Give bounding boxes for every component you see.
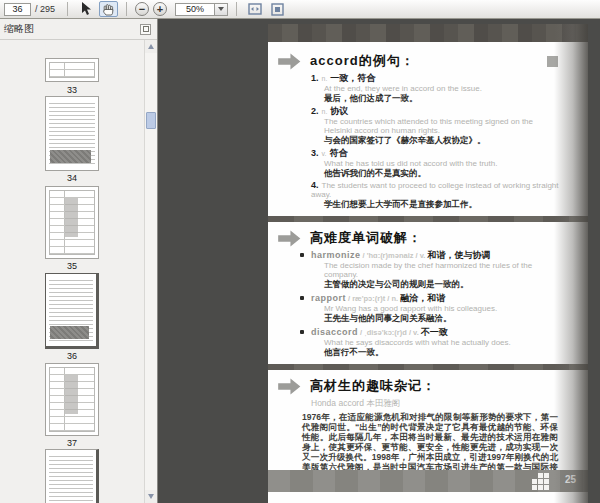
entry-word: harmonize <box>311 250 361 260</box>
zoom-in-button[interactable]: + <box>153 2 167 16</box>
sentence-cn: 学生们想要上大学而不是直接参加工作。 <box>324 199 560 209</box>
thumbnail-page-33[interactable] <box>45 58 99 82</box>
sentence-en: The students want to proceed to college … <box>311 181 559 199</box>
example-item: 1.n.一致，符合 At the end, they were in accor… <box>311 73 560 103</box>
thumbnail-preview <box>49 62 95 78</box>
entry-phonetic: / ræ'pɔ:(r)t / n. <box>348 294 398 303</box>
page-number-input[interactable] <box>4 3 31 16</box>
thumbnail-page-34[interactable] <box>45 96 99 171</box>
thumbnail-page-36-current[interactable] <box>45 273 99 349</box>
triangle-up-icon <box>148 44 154 49</box>
entry-phonetic: / 'hɑ:(r)mənaiz / v. <box>363 251 426 260</box>
thumbnail-page-38[interactable] <box>45 449 99 503</box>
item-definition: 符合 <box>329 148 347 158</box>
fit-width-icon <box>248 3 262 15</box>
example-item: 4.The students want to proceed to colleg… <box>311 181 560 209</box>
page-footer-band: 25 <box>268 470 588 492</box>
fit-page-icon <box>271 3 284 16</box>
word-entry: disaccord/ ˌdisə'kɔ:(r)d / v.不一致 What he… <box>311 327 560 357</box>
thumbnail-label-33: 33 <box>0 85 144 95</box>
select-tool-button[interactable] <box>76 1 95 17</box>
sentence-en: Mr Wang has a good rapport with his coll… <box>324 304 560 313</box>
thumbnail-list: 33 34 35 36 37 <box>0 40 144 503</box>
toolbar-separator <box>126 2 127 16</box>
part-of-speech: v. <box>322 150 327 157</box>
sentence-cn: 他言行不一致。 <box>324 347 560 357</box>
thumbnail-page-35[interactable] <box>45 186 99 259</box>
entry-definition: 不一致 <box>421 327 448 337</box>
entry-definition: 和谐，使与协调 <box>427 250 490 260</box>
pdf-reader-window: / 295 − + 50% <box>0 0 600 503</box>
section-hard-words-header: 高难度单词破解： <box>278 229 560 247</box>
chevron-down-icon <box>218 7 224 11</box>
section-trivia-header: 高材生的趣味杂记： <box>278 377 560 395</box>
thumbnail-label-36: 36 <box>0 351 144 361</box>
entry-phonetic: / ˌdisə'kɔ:(r)d / v. <box>360 328 419 337</box>
sentence-en: At the end, they were in accord on the i… <box>324 84 560 93</box>
fit-page-button[interactable] <box>268 1 287 17</box>
sentence-en: The countries which attended to this mee… <box>324 117 560 135</box>
thumbnail-page-37[interactable] <box>45 363 99 436</box>
scrollbar-thumb[interactable] <box>146 112 156 129</box>
word-entry-list: harmonize/ 'hɑ:(r)mənaiz / v.和谐，使与协调 The… <box>311 250 560 357</box>
thumbnail-panel-header: 缩略图 <box>0 19 157 40</box>
part-of-speech: n. <box>322 108 328 115</box>
entry-word: rapport <box>311 293 346 303</box>
thumbnail-preview <box>49 453 93 503</box>
document-view: accord的例句： 1.n.一致，符合 At the end, they we… <box>159 19 600 503</box>
thumbnail-preview-image <box>65 198 79 237</box>
hand-tool-button[interactable] <box>99 1 118 17</box>
thumbnail-preview-image <box>65 375 79 414</box>
sentence-cn: 他告诉我们的不是真实的。 <box>324 168 560 178</box>
item-number: 4. <box>311 180 319 190</box>
section-divider <box>268 216 588 222</box>
scroll-up-button[interactable] <box>145 40 157 53</box>
thumbnail-preview-block <box>50 150 91 163</box>
sentence-en: What he has told us did not accord with … <box>324 159 560 168</box>
sentence-cn: 与会的国家签订了《赫尔辛基人权协定》。 <box>324 135 560 145</box>
block-arrow-icon <box>278 378 301 395</box>
part-of-speech: n. <box>322 75 328 82</box>
thumbnail-label-35: 35 <box>0 261 144 271</box>
word-entry: rapport/ ræ'pɔ:(r)t / n.融洽，和谐 Mr Wang ha… <box>311 293 560 323</box>
scan-top-edge <box>268 24 588 42</box>
section-divider <box>268 364 588 370</box>
select-arrow-icon <box>80 2 92 16</box>
zoom-level-value[interactable]: 50% <box>175 3 215 16</box>
entry-word: disaccord <box>311 327 358 337</box>
item-number: 2. <box>311 106 319 116</box>
grid-ornament-icon <box>532 473 549 490</box>
scroll-down-button[interactable] <box>145 490 157 503</box>
toolbar-separator <box>67 2 68 16</box>
zoom-dropdown-button[interactable] <box>215 3 228 16</box>
section-title: 高材生的趣味杂记： <box>310 377 436 395</box>
sentence-cn: 王先生与他的同事之间关系融洽。 <box>324 313 560 323</box>
section-title: accord的例句： <box>310 52 415 70</box>
item-number: 1. <box>311 73 319 83</box>
thumbnail-preview-block <box>50 326 89 339</box>
section-examples-header: accord的例句： <box>278 52 560 70</box>
block-arrow-icon <box>278 53 301 70</box>
toolbar-separator <box>236 2 237 16</box>
example-item: 3.v.符合 What he has told us did not accor… <box>311 148 560 178</box>
sentence-en: What he says disaccords with what he act… <box>324 338 560 347</box>
page-content: accord的例句： 1.n.一致，符合 At the end, they we… <box>268 42 588 470</box>
page-canvas[interactable]: accord的例句： 1.n.一致，符合 At the end, they we… <box>268 24 588 503</box>
fit-width-button[interactable] <box>245 1 264 17</box>
item-number: 3. <box>311 148 319 158</box>
block-arrow-icon <box>278 230 301 247</box>
example-item: 2.n.协议 The countries which attended to t… <box>311 106 560 145</box>
item-definition: 一致，符合 <box>330 73 375 83</box>
thumbnail-panel-menu-button[interactable] <box>140 24 151 35</box>
example-list: 1.n.一致，符合 At the end, they were in accor… <box>311 73 560 209</box>
triangle-down-icon <box>148 494 154 499</box>
printed-page-number: 25 <box>565 474 576 485</box>
trivia-subtitle: Honda accord 本田雅阁 <box>311 398 560 410</box>
thumbnail-label-34: 34 <box>0 173 144 183</box>
item-definition: 协议 <box>330 106 348 116</box>
zoom-out-button[interactable]: − <box>135 2 149 16</box>
sentence-cn: 最后，他们达成了一致。 <box>324 93 560 103</box>
sidebar-scrollbar[interactable] <box>144 40 157 503</box>
page-total-label: / 295 <box>35 4 55 14</box>
thumbnail-label-37: 37 <box>0 438 144 448</box>
